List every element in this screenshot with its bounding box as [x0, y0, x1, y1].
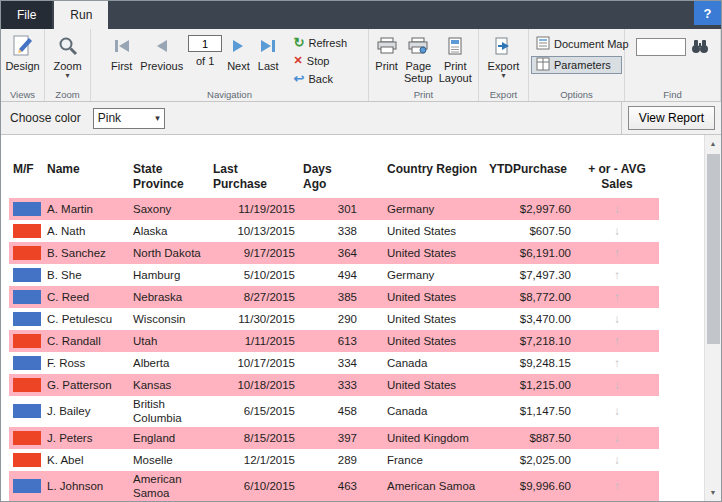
find-binoculars-icon[interactable] — [690, 38, 710, 56]
cell-mf — [9, 471, 43, 501]
mf-swatch — [13, 479, 41, 493]
cell-days-ago: 301 — [299, 198, 361, 220]
help-icon: ? — [704, 6, 712, 21]
cell-ytd-purchase: $9,248.15 — [485, 352, 575, 374]
first-page-button[interactable]: First — [108, 32, 135, 73]
header-last-purchase: Last Purchase — [209, 161, 299, 198]
cell-mf — [9, 374, 43, 396]
tab-run-label: Run — [70, 8, 92, 22]
find-input[interactable] — [636, 38, 686, 56]
zoom-button[interactable]: Zoom ▾ — [50, 32, 84, 79]
scroll-up-button[interactable]: ▲ — [705, 135, 721, 152]
cell-state: American Samoa — [129, 471, 209, 501]
cell-mf — [9, 449, 43, 471]
design-icon — [11, 33, 35, 59]
scroll-down-icon: ▼ — [710, 489, 717, 496]
trend-arrow: ↓ — [575, 449, 659, 471]
cell-state: Alberta — [129, 352, 209, 374]
vertical-scrollbar[interactable]: ▲ ▼ — [704, 135, 721, 501]
tab-run[interactable]: Run — [54, 1, 108, 29]
cell-last-purchase: 11/19/2015 — [209, 198, 299, 220]
design-button[interactable]: Design — [2, 32, 42, 73]
view-report-panel: View Report — [621, 102, 721, 134]
print-icon — [377, 33, 397, 59]
trend-arrow: ↓ — [575, 308, 659, 330]
print-layout-icon — [447, 33, 463, 59]
header-mf: M/F — [9, 161, 43, 198]
back-button[interactable]: ↩ Back — [290, 70, 351, 87]
cell-last-purchase: 8/27/2015 — [209, 286, 299, 308]
last-page-button[interactable]: Last — [255, 32, 282, 73]
trend-arrow: ↑ — [575, 330, 659, 352]
cell-days-ago: 397 — [299, 427, 361, 449]
export-button[interactable]: Export ▾ — [485, 32, 523, 79]
cell-mf — [9, 427, 43, 449]
cell-last-purchase: 1/11/2015 — [209, 330, 299, 352]
report-viewport: M/F Name State Province Last Purchase Da… — [1, 135, 721, 501]
cell-ytd-purchase: $7,218.10 — [485, 330, 575, 352]
header-days-ago: Days Ago — [299, 161, 361, 198]
document-map-icon — [536, 36, 550, 52]
cell-ytd-purchase: $2,997.60 — [485, 198, 575, 220]
cell-mf — [9, 198, 43, 220]
scrollbar-thumb[interactable] — [707, 154, 720, 344]
cell-days-ago: 613 — [299, 330, 361, 352]
previous-page-button[interactable]: Previous — [137, 32, 186, 73]
cell-ytd-purchase: $607.50 — [485, 220, 575, 242]
table-row: F. Ross Alberta 10/17/2015 334 Canada $9… — [9, 352, 659, 374]
trend-arrow: ↑ — [575, 471, 659, 501]
scroll-down-button[interactable]: ▼ — [705, 484, 721, 501]
view-report-button[interactable]: View Report — [628, 106, 715, 130]
mf-swatch — [13, 404, 41, 418]
first-label: First — [111, 60, 132, 72]
cell-days-ago: 385 — [299, 286, 361, 308]
tab-file[interactable]: File — [1, 1, 52, 29]
cell-name: B. Sanchez — [43, 242, 129, 264]
scroll-up-icon: ▲ — [710, 140, 717, 147]
cell-last-purchase: 10/18/2015 — [209, 374, 299, 396]
cell-last-purchase: 6/15/2015 — [209, 396, 299, 427]
chevron-down-icon: ▾ — [501, 73, 505, 78]
trend-arrow: ↓ — [575, 427, 659, 449]
page-number-input[interactable] — [188, 35, 222, 52]
cell-name: J. Bailey — [43, 396, 129, 427]
print-layout-label: Print Layout — [439, 60, 472, 84]
header-state-province: State Province — [129, 161, 209, 198]
cell-ytd-purchase: $2,025.00 — [485, 449, 575, 471]
parameters-toggle[interactable]: Parameters — [531, 56, 622, 74]
help-button[interactable]: ? — [694, 1, 721, 25]
trend-arrow: ↑ — [575, 264, 659, 286]
cell-state: Moselle — [129, 449, 209, 471]
cell-days-ago: 338 — [299, 220, 361, 242]
mf-swatch — [13, 246, 41, 260]
cell-days-ago: 494 — [299, 264, 361, 286]
print-button[interactable]: Print — [372, 32, 401, 73]
tab-file-label: File — [17, 8, 36, 22]
trend-arrow: ↓ — [575, 374, 659, 396]
cell-last-purchase: 6/10/2015 — [209, 471, 299, 501]
table-row: G. Patterson Kansas 10/18/2015 333 Unite… — [9, 374, 659, 396]
ribbon: Design Views Zoom ▾ Zoom First Previous — [1, 29, 721, 102]
export-group-label: Export — [479, 89, 528, 100]
table-row: B. She Hamburg 5/10/2015 494 Germany $7,… — [9, 264, 659, 286]
next-icon — [233, 33, 243, 59]
cell-name: K. Abel — [43, 449, 129, 471]
last-label: Last — [258, 60, 279, 72]
table-row: A. Martin Saxony 11/19/2015 301 Germany … — [9, 198, 659, 220]
cell-ytd-purchase: $887.50 — [485, 427, 575, 449]
trend-arrow: ↓ — [575, 396, 659, 427]
refresh-icon: ↻ — [294, 35, 305, 50]
header-country-region: Country Region — [361, 161, 485, 198]
print-layout-button[interactable]: Print Layout — [436, 32, 475, 85]
next-page-button[interactable]: Next — [224, 32, 253, 73]
trend-arrow: ↑ — [575, 286, 659, 308]
page-setup-button[interactable]: Page Setup — [401, 32, 436, 85]
cell-days-ago: 364 — [299, 242, 361, 264]
ribbon-group-navigation: First Previous of 1 Next Last ↻ R — [91, 29, 369, 101]
color-dropdown[interactable]: Pink ▾ — [93, 108, 165, 129]
table-row: J. Peters England 8/15/2015 397 United K… — [9, 427, 659, 449]
refresh-button[interactable]: ↻ Refresh — [290, 34, 351, 51]
stop-button[interactable]: ✕ Stop — [290, 52, 351, 69]
document-map-toggle[interactable]: Document Map — [531, 35, 622, 53]
cell-ytd-purchase: $1,215.00 — [485, 374, 575, 396]
